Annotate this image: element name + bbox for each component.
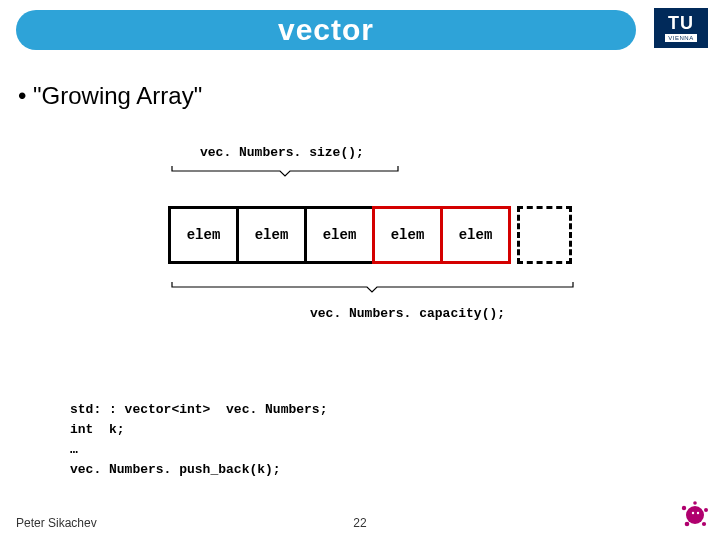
university-logo: TU VIENNA [654,8,708,48]
svg-point-4 [702,522,706,526]
capacity-call-label: vec. Numbers. capacity(); [310,306,505,321]
svg-point-5 [693,501,697,505]
svg-point-3 [685,522,690,527]
capacity-brace [170,280,575,294]
svg-point-0 [686,506,704,524]
title-bar: vector [16,10,636,50]
svg-point-6 [692,512,694,514]
code-line-4: vec. Numbers. push_back(k); [70,462,281,477]
bullet-growing-array: • "Growing Array" [18,82,202,110]
cell-3: elem [372,206,443,264]
cell-reserved [517,206,572,264]
code-line-1: std: : vector<int> vec. Numbers; [70,402,327,417]
cell-1: elem [236,206,307,264]
footer-page-number: 22 [0,516,720,530]
size-brace [170,164,400,178]
svg-point-7 [697,512,699,514]
size-call-label: vec. Numbers. size(); [200,145,364,160]
svg-point-1 [682,506,686,510]
cell-2: elem [304,206,375,264]
cell-0: elem [168,206,239,264]
code-line-3: … [70,442,78,457]
code-block: std: : vector<int> vec. Numbers; int k; … [70,400,327,481]
logo-top: TU [668,14,694,32]
slide-title: vector [278,13,374,47]
code-line-2: int k; [70,422,125,437]
cell-4: elem [440,206,511,264]
paint-splat-icon [680,500,710,534]
logo-bottom: VIENNA [665,34,696,42]
svg-point-2 [704,508,708,512]
slide: vector TU VIENNA • "Growing Array" vec. … [0,0,720,540]
vector-cells: elem elem elem elem elem [168,206,572,264]
